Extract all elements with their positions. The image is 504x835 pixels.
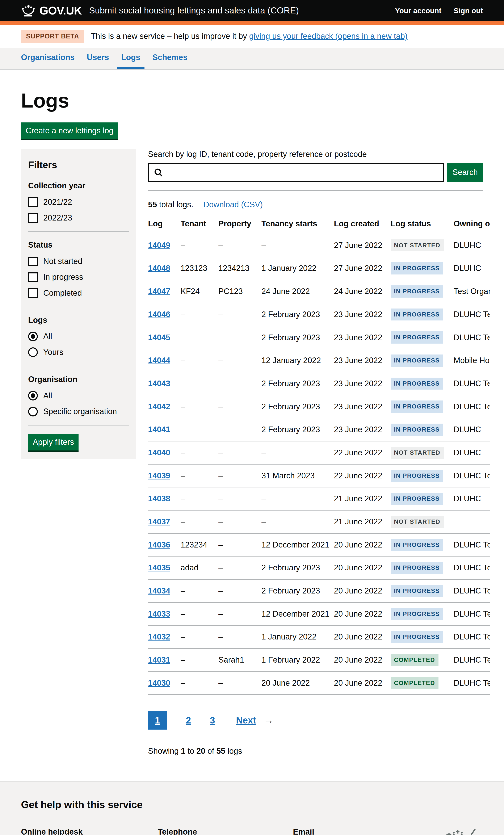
search-button[interactable]: Search [447,163,483,182]
tenant-cell: – [181,487,218,510]
showing-total: 55 [216,747,225,755]
property-cell: – [218,234,261,257]
log-id-link[interactable]: 14043 [148,379,170,388]
download-csv-link[interactable]: Download (CSV) [203,200,263,209]
tenancy-starts-cell: 2 February 2023 [261,303,334,326]
apply-filters-button[interactable]: Apply filters [28,434,79,450]
log-id-link[interactable]: 14034 [148,586,170,595]
owning-org-cell: Test Organ [453,280,490,303]
property-cell: – [218,418,261,441]
email-title: Email [293,827,431,835]
log-id-link[interactable]: 14031 [148,655,170,664]
nav-item-organisations[interactable]: Organisations [21,48,79,69]
pagination-page-3[interactable]: 3 [210,715,215,726]
showing-summary: Showing 1 to 20 of 55 logs [148,746,490,756]
property-cell: – [218,395,261,418]
owning-org-cell: Mobile Ho [453,349,490,372]
property-cell: – [218,372,261,395]
checkbox-icon[interactable] [28,213,38,223]
tenant-cell: – [181,672,218,695]
log-status-cell: IN PROGRESS [390,280,453,303]
log-id-link[interactable]: 14033 [148,609,170,618]
pagination-next-link[interactable]: Next [236,714,256,726]
radio-option-specific-organisation[interactable]: Specific organisation [28,406,129,417]
option-label: 2021/22 [43,197,72,207]
checkbox-option-in-progress[interactable]: In progress [28,272,129,282]
filter-group-label: Logs [28,315,129,325]
log-id-link[interactable]: 14039 [148,471,170,480]
owning-org-cell: DLUHC Te [453,672,490,695]
radio-option-yours[interactable]: Yours [28,347,129,358]
radio-icon[interactable] [28,347,38,357]
log-status-cell: IN PROGRESS [390,418,453,441]
govuk-logotype[interactable]: GOV.UK [39,3,82,18]
radio-selected-icon[interactable] [28,332,38,341]
status-badge: IN PROGRESS [390,562,443,574]
tenancy-starts-cell: – [261,441,334,464]
checkbox-icon[interactable] [28,197,38,207]
log-id-link[interactable]: 14045 [148,333,170,342]
radio-option-all[interactable]: All [28,331,129,342]
log-id-link[interactable]: 14047 [148,287,170,296]
checkbox-option-completed[interactable]: Completed [28,288,129,298]
create-lettings-log-button[interactable]: Create a new lettings log [21,122,118,139]
property-cell: – [218,464,261,487]
log-id-link[interactable]: 14040 [148,448,170,457]
checkbox-icon[interactable] [28,272,38,282]
tenant-cell: – [181,349,218,372]
your-account-link[interactable]: Your account [395,6,441,16]
log-created-cell: 24 June 2022 [334,280,390,303]
status-badge: IN PROGRESS [390,631,443,643]
pagination-page-2[interactable]: 2 [186,715,191,726]
owning-org-cell: DLUHC Te [453,579,490,603]
tenancy-starts-cell: 1 January 2022 [261,626,334,649]
log-created-cell: 20 June 2022 [334,672,390,695]
log-created-cell: 20 June 2022 [334,603,390,626]
log-row-14049: 14049–––27 June 2022NOT STARTEDDLUHC [148,234,490,257]
checkbox-icon[interactable] [28,288,38,298]
sign-out-link[interactable]: Sign out [453,6,483,16]
property-cell: PC123 [218,280,261,303]
owning-org-cell: DLUHC Te [453,395,490,418]
pagination-current-page[interactable]: 1 [148,711,167,730]
log-id-link[interactable]: 14030 [148,678,170,687]
nav-item-schemes[interactable]: Schemes [148,48,192,69]
feedback-link[interactable]: giving us your feedback (opens in a new … [249,32,408,41]
log-id-link[interactable]: 14036 [148,541,170,549]
tenancy-starts-cell: 2 February 2023 [261,372,334,395]
log-status-cell: NOT STARTED [390,234,453,257]
log-id-link[interactable]: 14046 [148,310,170,319]
col-header-property: Property [218,219,261,234]
log-id-link[interactable]: 14038 [148,494,170,503]
log-row-14040: 14040–––22 June 2022NOT STARTEDDLUHC [148,441,490,464]
log-id-link[interactable]: 14037 [148,517,170,526]
log-id-link[interactable]: 14041 [148,425,170,434]
service-name[interactable]: Submit social housing lettings and sales… [89,5,299,16]
radio-icon[interactable] [28,407,38,416]
radio-option-all[interactable]: All [28,391,129,401]
log-status-cell: IN PROGRESS [390,579,453,603]
log-id-link[interactable]: 14048 [148,264,170,272]
showing-prefix: Showing [148,747,181,755]
log-id-link[interactable]: 14044 [148,356,170,365]
checkbox-option-2022/23[interactable]: 2022/23 [28,213,129,223]
tenant-cell: adad [181,556,218,579]
log-status-cell: IN PROGRESS [390,556,453,579]
log-id-link[interactable]: 14042 [148,402,170,411]
nav-item-logs[interactable]: Logs [117,48,144,69]
owning-org-cell [453,510,490,533]
owning-org-cell: DLUHC [453,257,490,280]
checkbox-option-2021/22[interactable]: 2021/22 [28,197,129,207]
checkbox-icon[interactable] [28,257,38,266]
results-count-line: 55 total logs.Download (CSV) [148,200,490,210]
log-status-cell: IN PROGRESS [390,487,453,510]
option-label: Not started [43,256,82,266]
radio-selected-icon[interactable] [28,391,38,401]
log-id-link[interactable]: 14035 [148,563,170,572]
nav-item-users[interactable]: Users [83,48,114,69]
search-input[interactable] [148,163,444,182]
checkbox-option-not-started[interactable]: Not started [28,256,129,266]
log-id-link[interactable]: 14032 [148,632,170,641]
log-id-link[interactable]: 14049 [148,241,170,250]
col-header-tenancy-starts: Tenancy starts [261,219,334,234]
